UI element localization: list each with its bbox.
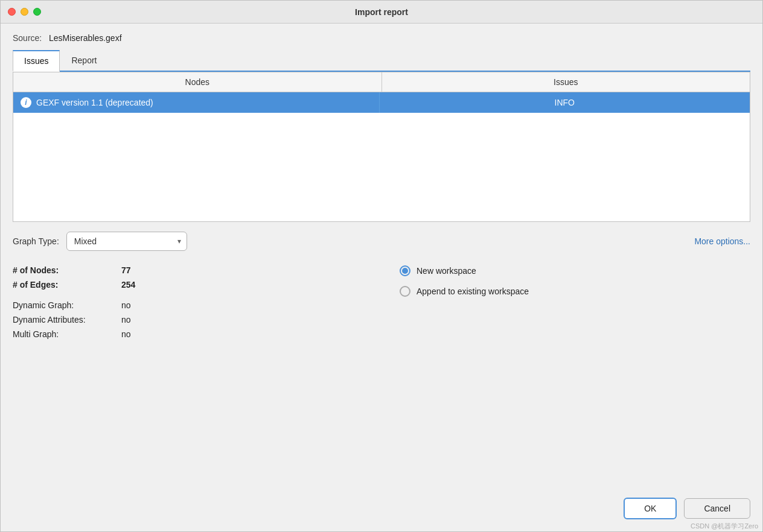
stat-row-dynamic-graph: Dynamic Graph: no: [13, 298, 363, 312]
stat-row-edges: # of Edges: 254: [13, 277, 363, 292]
title-bar: Import report: [1, 1, 762, 24]
tab-issues[interactable]: Issues: [13, 50, 60, 72]
cell-issues: INFO: [380, 93, 750, 112]
tab-report[interactable]: Report: [60, 50, 108, 72]
source-value: LesMiserables.gexf: [49, 33, 122, 43]
dynamic-graph-label: Dynamic Graph:: [13, 300, 121, 310]
stat-row-nodes: # of Nodes: 77: [13, 263, 363, 277]
cancel-button[interactable]: Cancel: [684, 498, 750, 519]
maximize-button[interactable]: [33, 8, 41, 16]
stats-workspace: # of Nodes: 77 # of Edges: 254 Dynamic G…: [13, 263, 750, 341]
append-workspace-option[interactable]: Append to existing workspace: [400, 286, 750, 297]
dynamic-graph-value: no: [121, 300, 131, 310]
col-header-issues: Issues: [382, 72, 750, 92]
stats-left: # of Nodes: 77 # of Edges: 254 Dynamic G…: [13, 263, 363, 341]
col-header-nodes: Nodes: [13, 72, 382, 92]
nodes-label: # of Nodes:: [13, 265, 121, 275]
graph-type-group: Graph Type: Directed Undirected Mixed ▾: [13, 232, 187, 251]
table-empty-area: [13, 113, 750, 221]
graph-type-label: Graph Type:: [13, 236, 59, 246]
window-controls: [8, 8, 41, 16]
bottom-bar: OK Cancel: [1, 488, 762, 531]
append-workspace-radio[interactable]: [400, 286, 410, 297]
cell-nodes: i GEXF version 1.1 (deprecated): [13, 92, 380, 113]
dynamic-attrs-value: no: [121, 315, 131, 325]
info-icon: i: [21, 97, 31, 108]
options-row: Graph Type: Directed Undirected Mixed ▾ …: [13, 232, 750, 251]
source-line: Source: LesMiserables.gexf: [13, 33, 750, 43]
dynamic-attrs-label: Dynamic Attributes:: [13, 315, 121, 325]
append-workspace-label: Append to existing workspace: [417, 287, 529, 296]
multi-graph-value: no: [121, 329, 131, 339]
edges-value: 254: [121, 280, 135, 290]
tabs: Issues Report: [13, 50, 750, 72]
window-title: Import report: [355, 7, 408, 17]
close-button[interactable]: [8, 8, 16, 16]
minimize-button[interactable]: [21, 8, 28, 16]
table-header: Nodes Issues: [13, 72, 750, 92]
multi-graph-label: Multi Graph:: [13, 329, 121, 339]
table-row[interactable]: i GEXF version 1.1 (deprecated) INFO: [13, 92, 750, 113]
source-label: Source:: [13, 33, 42, 43]
stat-row-dynamic-attrs: Dynamic Attributes: no: [13, 312, 363, 327]
new-workspace-label: New workspace: [417, 266, 476, 276]
node-label: GEXF version 1.1 (deprecated): [36, 98, 153, 107]
new-workspace-option[interactable]: New workspace: [400, 265, 750, 276]
new-workspace-radio[interactable]: [400, 265, 410, 276]
edges-label: # of Edges:: [13, 280, 121, 290]
stat-row-multi-graph: Multi Graph: no: [13, 327, 363, 341]
issue-level: INFO: [555, 98, 575, 107]
workspace-options: New workspace Append to existing workspa…: [363, 263, 750, 341]
ok-button[interactable]: OK: [624, 498, 677, 519]
nodes-value: 77: [121, 265, 131, 275]
more-options-link[interactable]: More options...: [694, 236, 750, 246]
issues-table: Nodes Issues i GEXF version 1.1 (depreca…: [13, 72, 750, 222]
import-report-window: Import report Source: LesMiserables.gexf…: [0, 0, 763, 532]
main-content: Source: LesMiserables.gexf Issues Report…: [1, 24, 762, 488]
graph-type-select[interactable]: Directed Undirected Mixed: [66, 232, 187, 251]
radio-selected-dot: [402, 268, 408, 274]
watermark: CSDN @机器学习Zero: [691, 522, 758, 531]
graph-type-select-wrapper: Directed Undirected Mixed ▾: [66, 232, 187, 251]
